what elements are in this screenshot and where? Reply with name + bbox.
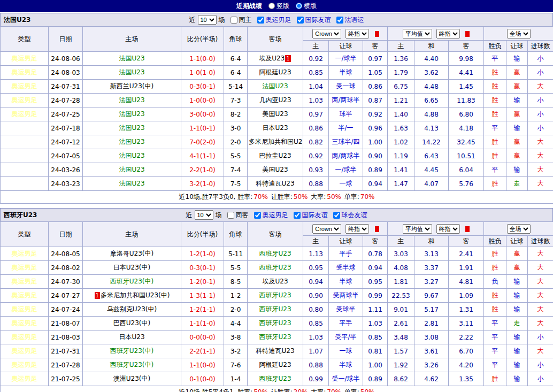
table-row: 国际友谊 24-07-05 法国U23 4-1(1-1) 5-5 巴拉圭U23 … [1, 149, 553, 163]
away-team-link[interactable]: 西班牙U23 [259, 333, 291, 341]
euro-draw-odds: 5.17 [414, 303, 449, 317]
euro-draw-odds: 4.13 [414, 121, 449, 135]
home-team-link[interactable]: 西班牙U23(中) [110, 278, 153, 285]
handicap-home-odds: 0.80 [303, 303, 329, 317]
same-venue-label: 同客 [236, 211, 249, 220]
home-team-link[interactable]: 新西兰U23(中) [110, 82, 153, 90]
match-count-select[interactable]: 10 [198, 15, 217, 25]
handicap-stage-select[interactable]: 终指 [345, 29, 369, 39]
table-row: 奥运男足 21-07-28 西班牙U23(中) 1-1(0-0) 7-6 阿根廷… [1, 358, 553, 372]
away-team-cell: 科特迪瓦U23 [248, 344, 303, 358]
fulltime-select[interactable]: 全场 [507, 224, 531, 234]
home-team-link[interactable]: 日本U23 [119, 333, 144, 341]
home-team-link[interactable]: 日本U23(中) [113, 264, 150, 271]
same-venue-checkbox[interactable] [227, 212, 234, 219]
away-team-cell: 西班牙U23 [248, 247, 303, 261]
home-team-cell: 法国U23 [83, 66, 181, 80]
horizontal-radio[interactable] [296, 3, 302, 9]
corner-cell: 7-3 [224, 94, 248, 107]
euro-stage-select[interactable]: 终指 [436, 224, 460, 234]
red-flag-icon [375, 31, 379, 37]
away-team-link[interactable]: 西班牙U23 [259, 291, 291, 299]
competition-checkbox-1[interactable] [257, 17, 264, 24]
competition-checkbox-3[interactable] [336, 17, 343, 24]
home-team-link[interactable]: 法国U23 [119, 166, 144, 173]
handicap-line: 球半 [329, 107, 363, 121]
competition-checkbox-3[interactable] [333, 212, 340, 219]
euro-draw-odds: 4.88 [414, 107, 449, 121]
away-team-link[interactable]: 几内亚U23 [259, 96, 291, 104]
fulltime-select[interactable]: 全场 [507, 29, 531, 39]
competition-checkbox-2[interactable] [297, 17, 304, 24]
bookmaker-select[interactable]: Crown [312, 224, 341, 234]
away-team-link[interactable]: 西班牙U23 [259, 319, 291, 327]
home-team-link[interactable]: 西班牙U23(中) [110, 361, 153, 368]
home-team-link[interactable]: 法国U23 [119, 152, 144, 159]
table-row: 奥运男足 24-07-28 法国U23 1-0(0-0) 7-3 几内亚U23 … [1, 94, 553, 107]
average-odds-select[interactable]: 平均值 [403, 29, 432, 39]
handicap-away-odds: 0.86 [363, 80, 388, 94]
home-team-link[interactable]: 法国U23 [119, 124, 144, 132]
home-team-link[interactable]: 法国U23 [119, 55, 144, 62]
goals-result-cell: 大 [528, 163, 553, 177]
handicap-result-cell: 走 [506, 317, 528, 330]
away-team-link[interactable]: 埃及U23 [262, 278, 288, 285]
away-team-link[interactable]: 阿根廷U23 [259, 361, 291, 368]
match-type-cell: 奥运男足 [1, 66, 49, 80]
goals-result-cell: 大 [528, 177, 553, 191]
away-team-link[interactable]: 法国U23 [262, 82, 288, 90]
goals-result-cell: 大 [528, 135, 553, 149]
col-header-handicap-home: 主 [303, 41, 329, 52]
home-team-link[interactable]: 西班牙U23(中) [110, 347, 153, 355]
home-team-link[interactable]: 法国U23 [119, 68, 144, 76]
away-team-link[interactable]: 西班牙U23 [259, 250, 291, 257]
vertical-radio[interactable] [268, 3, 275, 9]
away-team-link[interactable]: 多米尼加共和国U23 [249, 138, 303, 145]
away-team-link[interactable]: 西班牙U23 [259, 375, 291, 382]
home-team-link[interactable]: 澳洲U23(中) [113, 375, 150, 382]
home-team-link[interactable]: 乌兹别克U23(中) [107, 305, 157, 313]
euro-away-odds: 1.35 [449, 372, 484, 386]
away-team-link[interactable]: 埃及U23 [259, 55, 285, 62]
away-team-link[interactable]: 科特迪瓦U23 [256, 180, 294, 187]
away-team-link[interactable]: 日本U23 [262, 124, 288, 132]
away-team-link[interactable]: 美国U23 [262, 166, 288, 173]
home-team-link[interactable]: 多米尼加共和国U23(中) [101, 291, 170, 299]
home-team-link[interactable]: 摩洛哥U23(中) [110, 250, 153, 257]
away-team-link[interactable]: 西班牙U23 [259, 305, 291, 313]
competition-checkbox-1[interactable] [254, 212, 261, 219]
summary-segment: 50% [327, 193, 341, 201]
average-odds-select[interactable]: 平均值 [403, 224, 432, 234]
competition-checkbox-2[interactable] [294, 212, 301, 219]
euro-stage-select[interactable]: 终指 [436, 29, 460, 39]
handicap-stage-select[interactable]: 终指 [345, 224, 369, 234]
away-team-cell: 日本U23 [248, 121, 303, 135]
col-header-handicap: 让球 [329, 236, 363, 247]
home-team-cell: 西班牙U23(中) [83, 344, 181, 358]
layout-option-vertical[interactable]: 竖版 [268, 2, 289, 11]
handicap-result-cell: 赢 [506, 107, 528, 121]
home-team-link[interactable]: 法国U23 [119, 138, 144, 145]
layout-option-horizontal[interactable]: 横版 [296, 2, 317, 11]
match-count-select[interactable]: 10 [195, 210, 213, 220]
home-team-link[interactable]: 巴西U23(中) [113, 319, 150, 327]
same-venue-checkbox[interactable] [231, 17, 237, 24]
away-team-link[interactable]: 美国U23 [262, 110, 288, 118]
home-team-link[interactable]: 法国U23 [119, 180, 144, 187]
goals-result-cell: 大 [528, 261, 553, 275]
home-team-link[interactable]: 法国U23 [119, 110, 144, 118]
away-team-link[interactable]: 西班牙U23 [259, 264, 291, 271]
handicap-away-odds: 0.85 [363, 330, 388, 344]
away-team-link[interactable]: 阿根廷U23 [259, 68, 291, 76]
col-header-goals: 进球数 [528, 41, 553, 52]
bookmaker-select[interactable]: Crown [312, 29, 341, 39]
score-cell: 0-3(0-1) [181, 261, 224, 275]
match-type-cell: 奥运男足 [1, 372, 49, 386]
away-team-link[interactable]: 巴拉圭U23 [259, 152, 291, 159]
away-team-link[interactable]: 科特迪瓦U23 [256, 347, 294, 355]
euro-draw-odds: 3.26 [414, 358, 449, 372]
col-header-type: 类型 [1, 27, 49, 52]
result-cell: 胜 [484, 247, 506, 261]
euro-draw-odds: 9.67 [414, 289, 449, 303]
home-team-link[interactable]: 法国U23 [119, 96, 144, 104]
